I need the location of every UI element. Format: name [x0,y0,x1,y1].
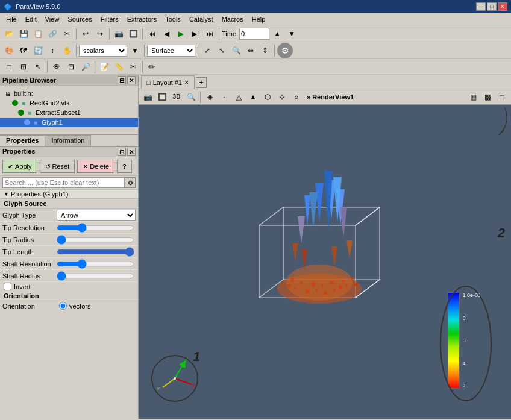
tab-properties[interactable]: Properties [0,135,45,146]
vr-button[interactable]: 👁 [50,60,63,74]
invert-checkbox[interactable] [4,283,11,290]
time-down-button[interactable]: ▼ [285,27,298,40]
tree-item-builtin[interactable]: 🖥 builtin: [0,89,138,98]
viewport[interactable]: 1.0e-01 8 6 4 2 [139,105,511,419]
render-solid-btn[interactable]: ▲ [246,90,260,104]
color-map-button[interactable]: 🗺 [17,44,30,57]
search-gear-icon[interactable]: ⚙ [125,177,136,188]
zoom-x-button[interactable]: ⇔ [244,44,257,57]
settings-button[interactable]: ⚙ [277,43,293,58]
tip-resolution-slider[interactable] [57,225,134,230]
pan-button[interactable]: ✋ [60,44,74,57]
surface-select[interactable]: Surface [147,45,195,57]
menu-extractors[interactable]: Extractors [124,15,161,24]
tip-radius-slider[interactable] [57,237,134,242]
menu-edit[interactable]: Edit [22,15,40,24]
reset-camera-button[interactable]: ⊞ [17,60,30,74]
rectgrid-eye[interactable] [12,100,18,106]
maximize-button[interactable]: □ [487,2,497,11]
measure-button[interactable]: 📏 [112,60,125,74]
render-pts-btn[interactable]: · [218,90,231,104]
rotate-button[interactable]: ↕ [46,44,59,57]
slice-button[interactable]: ✂ [127,60,140,74]
layout-plus-btn[interactable]: + [196,77,207,88]
maximize-view-btn[interactable]: □ [495,90,509,104]
shaft-radius-slider[interactable] [57,274,134,278]
open-button[interactable]: 📂 [2,27,16,40]
tree-item-extractsubset[interactable]: ■ ExtractSubset1 [0,108,138,118]
colormap-dropdown[interactable]: ▼ [128,44,142,57]
menu-tools[interactable]: Tools [161,15,184,24]
title-bar-controls[interactable]: — □ ✕ [476,2,507,11]
zoom-button[interactable]: 🔍 [230,44,243,57]
rescale-visible-button[interactable]: ⤡ [215,44,228,57]
render-camera-btn[interactable]: 📷 [141,90,154,104]
split-h-btn[interactable]: ▦ [466,90,480,104]
connect-button[interactable]: 🔗 [46,27,59,40]
menu-filters[interactable]: Filters [97,15,122,24]
orbit-button[interactable]: 🔄 [31,44,45,57]
tree-item-rectgrid[interactable]: ■ RectGrid2.vtk [0,98,138,108]
menu-sources[interactable]: Sources [64,15,95,24]
apply-button[interactable]: ✔ Apply [2,160,37,173]
camera-reset-button[interactable]: 📷 [112,27,125,40]
layout-tab-1[interactable]: □ Layout #1 ✕ [141,75,195,89]
select-button[interactable]: 🔲 [127,27,140,40]
last-frame-button[interactable]: ⏭ [203,27,216,40]
save-button[interactable]: 💾 [17,27,30,40]
time-up-button[interactable]: ▲ [271,27,284,40]
orientation-radio[interactable] [59,302,67,310]
render-orient-btn[interactable]: ⬡ [261,90,274,104]
representation-button[interactable]: 🎨 [2,44,16,57]
menu-macros[interactable]: Macros [218,15,247,24]
menu-help[interactable]: Help [248,15,269,24]
tree-item-glyph1[interactable]: ■ Glyph1 [0,118,138,127]
pipeline-browser-float-btn[interactable]: ⊟ [118,76,126,84]
menu-file[interactable]: File [2,15,20,24]
annotation-button[interactable]: 📝 [98,60,111,74]
render-axes-btn[interactable]: ⊹ [275,90,289,104]
pipeline-browser-close-btn[interactable]: ✕ [127,76,136,84]
play-button[interactable]: ▶ [174,27,187,40]
minimize-button[interactable]: — [476,2,486,11]
tab-information[interactable]: Information [45,135,91,146]
undo-button[interactable]: ↩ [79,27,92,40]
render-more-btn[interactable]: » [290,90,303,104]
props-close-btn[interactable]: ✕ [127,148,136,156]
redo-button[interactable]: ↪ [93,27,107,40]
pencil-button[interactable]: ✏ [145,60,158,74]
help-button[interactable]: ? [117,160,132,173]
render-wire-btn[interactable]: △ [232,90,245,104]
render-3d-btn[interactable]: 3D [170,90,183,104]
tip-length-slider[interactable] [57,249,134,254]
render-zoom-btn[interactable]: 🔍 [184,90,198,104]
split-v-btn[interactable]: ▩ [481,90,494,104]
time-input[interactable] [239,28,269,40]
reset-button[interactable]: ↺ Reset [40,160,75,173]
props-float-btn[interactable]: ⊟ [118,148,126,156]
glyph1-eye[interactable] [24,119,30,125]
render-select-btn[interactable]: 🔲 [155,90,169,104]
delete-button[interactable]: ✕ Delete [77,160,114,173]
search-input[interactable] [2,177,125,188]
menu-catalyst[interactable]: Catalyst [186,15,217,24]
save-state-button[interactable]: 📋 [31,27,45,40]
pick-button[interactable]: ↖ [31,60,45,74]
glyph-type-select[interactable]: Arrow [57,210,136,221]
find-data-button[interactable]: 🔎 [79,60,92,74]
first-frame-button[interactable]: ⏮ [145,27,158,40]
camera-parallel-button[interactable]: □ [2,60,16,74]
prev-frame-button[interactable]: ◀ [160,27,173,40]
scalars-select[interactable]: scalars [79,45,127,57]
layout-close-btn[interactable]: ✕ [184,80,189,86]
disconnect-button[interactable]: ✂ [60,27,74,40]
multiblock-button[interactable]: ⊟ [64,60,78,74]
zoom-y-button[interactable]: ⇕ [259,44,272,57]
menu-view[interactable]: View [42,15,63,24]
rescale-button[interactable]: ⤢ [201,44,214,57]
next-frame-button[interactable]: ▶| [189,27,202,40]
extractsubset-eye[interactable] [18,110,24,116]
shaft-resolution-slider[interactable] [57,262,134,266]
section-glyph-source-header[interactable]: ▼ Properties (Glyph1) [0,190,138,199]
close-button[interactable]: ✕ [498,2,507,11]
